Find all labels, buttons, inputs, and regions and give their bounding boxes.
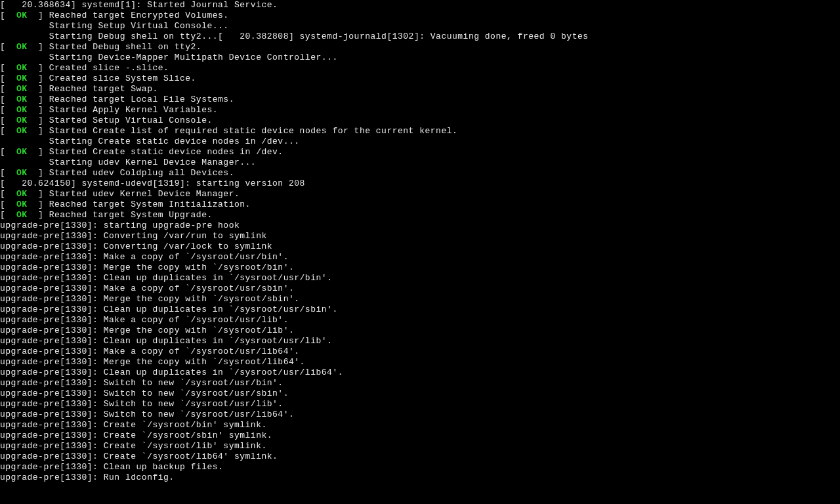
- console-line: upgrade-pre[1330]: Make a copy of `/sysr…: [0, 284, 840, 294]
- console-text: upgrade-pre[1330]: Switch to new `/sysro…: [0, 410, 294, 419]
- console-text: ] Reached target Local File Systems.: [28, 94, 234, 104]
- console-line: upgrade-pre[1330]: Create `/sysroot/lib6…: [0, 452, 840, 462]
- console-text: ] Started Setup Virtual Console.: [28, 116, 213, 125]
- status-ok: OK: [16, 168, 28, 178]
- console-text: ] Reached target System Upgrade.: [28, 210, 213, 220]
- console-line: [ OK ] Reached target System Upgrade.: [0, 210, 840, 220]
- status-ok: OK: [16, 200, 28, 209]
- console-line: upgrade-pre[1330]: Switch to new `/sysro…: [0, 410, 840, 420]
- console-line: upgrade-pre[1330]: Clean up duplicates i…: [0, 336, 840, 346]
- console-line: [ OK ] Started udev Coldplug all Devices…: [0, 168, 840, 178]
- console-line: upgrade-pre[1330]: Make a copy of `/sysr…: [0, 346, 840, 357]
- status-ok: OK: [16, 42, 28, 52]
- status-ok: OK: [16, 126, 28, 136]
- console-line: [ OK ] Reached target Local File Systems…: [0, 94, 840, 105]
- console-line: upgrade-pre[1330]: Clean up duplicates i…: [0, 273, 840, 284]
- console-text: upgrade-pre[1330]: Switch to new `/sysro…: [0, 378, 284, 388]
- console-text: upgrade-pre[1330]: starting upgrade-pre …: [0, 220, 240, 230]
- console-text: [: [0, 126, 16, 136]
- console-text: [: [0, 147, 16, 157]
- console-text: upgrade-pre[1330]: Merge the copy with `…: [0, 326, 294, 335]
- console-text: Starting Debug shell on tty2...[ 20.3828…: [0, 32, 589, 41]
- console-text: [: [0, 94, 16, 104]
- status-ok: OK: [16, 74, 28, 83]
- status-ok: OK: [16, 189, 28, 199]
- console-text: upgrade-pre[1330]: Create `/sysroot/lib6…: [0, 452, 278, 461]
- console-line: Starting Setup Virtual Console...: [0, 21, 840, 32]
- console-text: ] Started Create list of required static…: [28, 126, 458, 136]
- console-line: [ OK ] Started Debug shell on tty2.: [0, 42, 840, 52]
- console-line: [ OK ] Reached target Encrypted Volumes.: [0, 10, 840, 21]
- status-ok: OK: [16, 94, 28, 104]
- console-line: upgrade-pre[1330]: Converting /var/lock …: [0, 242, 840, 252]
- console-text: upgrade-pre[1330]: Clean up duplicates i…: [0, 273, 332, 283]
- console-text: ] Started Apply Kernel Variables.: [28, 105, 219, 115]
- console-line: upgrade-pre[1330]: Clean up duplicates i…: [0, 368, 840, 378]
- console-text: [: [0, 63, 16, 73]
- console-line: Starting Create static device nodes in /…: [0, 136, 840, 147]
- console-line: upgrade-pre[1330]: Merge the copy with `…: [0, 262, 840, 273]
- console-text: upgrade-pre[1330]: Merge the copy with `…: [0, 357, 305, 367]
- console-line: Starting udev Kernel Device Manager...: [0, 158, 840, 168]
- console-text: [: [0, 42, 16, 52]
- console-line: upgrade-pre[1330]: Clean up backup files…: [0, 462, 840, 472]
- console-text: upgrade-pre[1330]: Clean up backup files…: [0, 462, 223, 472]
- console-text: upgrade-pre[1330]: Create `/sysroot/lib'…: [0, 441, 267, 451]
- console-text: upgrade-pre[1330]: Clean up duplicates i…: [0, 336, 332, 346]
- console-line: upgrade-pre[1330]: starting upgrade-pre …: [0, 220, 840, 231]
- console-text: upgrade-pre[1330]: Create `/sysroot/sbin…: [0, 430, 272, 440]
- console-line: [ OK ] Started Create static device node…: [0, 147, 840, 158]
- console-text: ] Created slice -.slice.: [28, 63, 169, 73]
- console-text: upgrade-pre[1330]: Clean up duplicates i…: [0, 368, 343, 377]
- console-text: upgrade-pre[1330]: Switch to new `/sysro…: [0, 399, 284, 409]
- console-text: ] Reached target Encrypted Volumes.: [28, 10, 229, 20]
- console-line: upgrade-pre[1330]: Make a copy of `/sysr…: [0, 252, 840, 262]
- status-ok: OK: [16, 10, 28, 20]
- console-text: upgrade-pre[1330]: Run ldconfig.: [0, 472, 175, 482]
- console-text: Starting Device-Mapper Multipath Device …: [0, 52, 338, 62]
- console-line: upgrade-pre[1330]: Switch to new `/sysro…: [0, 388, 840, 399]
- console-text: [: [0, 189, 16, 199]
- console-text: upgrade-pre[1330]: Make a copy of `/sysr…: [0, 346, 300, 356]
- console-text: [: [0, 168, 16, 178]
- console-text: upgrade-pre[1330]: Make a copy of `/sysr…: [0, 252, 289, 262]
- console-text: upgrade-pre[1330]: Make a copy of `/sysr…: [0, 284, 294, 293]
- console-text: [: [0, 10, 16, 20]
- console-line: [ OK ] Reached target Swap.: [0, 84, 840, 94]
- console-line: upgrade-pre[1330]: Create `/sysroot/bin'…: [0, 420, 840, 430]
- console-line: upgrade-pre[1330]: Switch to new `/sysro…: [0, 378, 840, 388]
- console-text: [: [0, 200, 16, 209]
- console-line: upgrade-pre[1330]: Clean up duplicates i…: [0, 304, 840, 315]
- console-line: [ OK ] Started Setup Virtual Console.: [0, 116, 840, 126]
- console-text: ] Reached target Swap.: [28, 84, 158, 94]
- console-line: Starting Debug shell on tty2...[ 20.3828…: [0, 32, 840, 42]
- console-line: [ 20.624150] systemd-udevd[1319]: starti…: [0, 178, 840, 189]
- console-line: Starting Device-Mapper Multipath Device …: [0, 52, 840, 63]
- console-text: ] Started Create static device nodes in …: [28, 147, 284, 157]
- console-line: upgrade-pre[1330]: Run ldconfig.: [0, 472, 840, 483]
- console-line: [ OK ] Started udev Kernel Device Manage…: [0, 189, 840, 200]
- console-text: ] Created slice System Slice.: [28, 74, 196, 83]
- console-text: Starting Setup Virtual Console...: [0, 21, 229, 31]
- console-text: Starting Create static device nodes in /…: [0, 136, 300, 146]
- console-text: Starting udev Kernel Device Manager...: [0, 158, 256, 167]
- boot-console: [ 20.368634] systemd[1]: Started Journal…: [0, 0, 840, 483]
- console-text: upgrade-pre[1330]: Make a copy of `/sysr…: [0, 315, 289, 325]
- console-line: upgrade-pre[1330]: Create `/sysroot/sbin…: [0, 430, 840, 441]
- console-line: upgrade-pre[1330]: Converting /var/run t…: [0, 231, 840, 242]
- console-text: [: [0, 116, 16, 125]
- console-text: [: [0, 74, 16, 83]
- status-ok: OK: [16, 116, 28, 125]
- status-ok: OK: [16, 147, 28, 157]
- console-text: upgrade-pre[1330]: Clean up duplicates i…: [0, 304, 338, 314]
- console-text: [: [0, 84, 16, 94]
- console-text: [ 20.368634] systemd[1]: Started Journal…: [0, 0, 278, 10]
- status-ok: OK: [16, 210, 28, 220]
- console-text: upgrade-pre[1330]: Converting /var/lock …: [0, 242, 272, 251]
- console-line: [ OK ] Reached target System Initializat…: [0, 200, 840, 210]
- console-line: upgrade-pre[1330]: Merge the copy with `…: [0, 326, 840, 336]
- console-line: [ OK ] Created slice -.slice.: [0, 63, 840, 74]
- console-line: upgrade-pre[1330]: Switch to new `/sysro…: [0, 399, 840, 410]
- console-line: [ OK ] Created slice System Slice.: [0, 74, 840, 84]
- status-ok: OK: [16, 84, 28, 94]
